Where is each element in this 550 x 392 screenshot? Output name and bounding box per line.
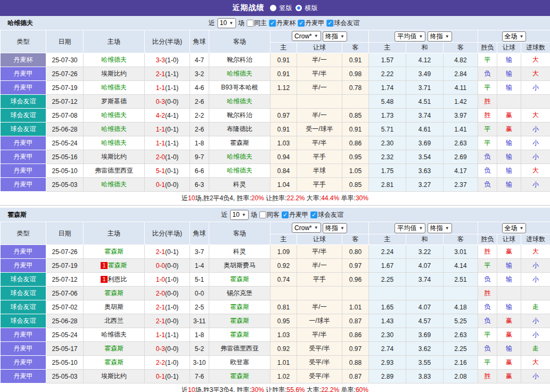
col-header-score: 比分(半场) [145,222,190,245]
avg-away-cell: 4.14 [444,259,478,273]
chevron-down-icon: ▼ [445,34,449,39]
odds-away-cell: 1.01 [342,300,369,314]
team2-scope-select[interactable]: 全场▼ [502,223,527,233]
team1-odds-time-select[interactable]: 终指▼ [323,31,347,42]
avg-draw-cell: 4.57 [406,314,444,328]
score-cell: 2-0(1-0) [145,150,190,164]
team1-avg-time-select[interactable]: 终指▼ [428,31,452,42]
score-cell: 2-2(1-0) [145,356,190,370]
corner-cell: 2-5 [190,300,209,314]
chevron-down-icon: ▼ [445,226,449,231]
corner-cell: 6-6 [190,164,209,178]
odds-away-cell: 0.97 [342,342,369,356]
team2-avg-source-select[interactable]: 平均值▼ [395,223,425,233]
odds-handicap-cell: 受平/半 [297,342,342,356]
avg-home-cell: 2.93 [369,356,406,370]
score-cell: 1-1(0-1) [145,123,190,136]
home-team-cell: 霍森斯 [84,245,145,259]
result-wdl-cell: 平 [478,136,497,150]
corner-cell: 3-11 [190,314,209,328]
avg-draw-cell [406,287,444,300]
match-type-cell: 丹麦杯 [1,53,46,67]
team2-match-count-select[interactable]: 10▼ [230,210,249,220]
match-row: 丹麦杯 25-07-30 哈维德夫 3-3(1-0) 4-7 靴尔科治 0.91… [1,53,550,67]
avg-home-cell [369,287,406,300]
checkbox-icon[interactable] [269,20,276,27]
vertical-layout-radio[interactable] [270,5,276,11]
corner-cell: 2-6 [190,95,209,109]
away-team-cell: 哈维德夫 [209,150,270,164]
match-row: 丹麦甲 25-05-17 霍森斯 0-3(0-0) 5-2 弗雷德里西亚 0.9… [1,342,550,356]
col-header-score: 比分(半场) [145,30,190,53]
match-row: 丹麦甲 25-05-10 弗雷德里西亚 5-1(0-1) 6-6 哈维德夫 0.… [1,164,550,178]
result-wdl-cell: 胜 [478,287,497,300]
team2-same-away-checkbox[interactable]: 同客 [259,210,280,219]
match-date-cell: 25-05-03 [46,178,84,192]
team2-friendly-checkbox[interactable]: 球会友谊 [310,210,343,219]
home-team-cell: 哈维德夫 [84,53,145,67]
match-date-cell: 25-05-24 [46,136,84,150]
team2-odds-source-select[interactable]: Crow*▼ [292,223,321,233]
team2-odds-time-select[interactable]: 终指▼ [323,223,347,233]
match-row: 丹麦甲 25-05-03 哈维德夫 0-1(0-0) 6-3 科灵 1.04 平… [1,178,550,192]
col-header-away: 客场 [209,30,270,53]
team2-league-checkbox[interactable]: 丹麦甲 [282,210,308,219]
team1-friendly-checkbox[interactable]: 球会友谊 [326,19,359,28]
checkbox-icon[interactable] [259,211,266,218]
vertical-layout-label[interactable]: 竖版 [280,4,292,13]
match-date-cell: 25-05-03 [46,370,84,383]
col-header-avg-draw: 和 [406,234,444,245]
checkbox-icon[interactable] [298,20,305,27]
col-header-odds-home: 主 [270,43,297,53]
odds-handicap-cell: 受一/球半 [297,123,342,136]
odds-handicap-cell: 半/一 [297,259,342,273]
checkbox-icon[interactable] [326,20,333,27]
col-header-odds-handicap: 让球 [297,234,342,245]
team1-scope-select[interactable]: 全场▼ [502,31,527,42]
result-goals-cell: 小 [521,259,550,273]
avg-draw-cell: 3.49 [406,67,444,81]
match-row: 球会友谊 25-07-12 1利恩比 1-0(1-0) 5-1 霍森斯 0.74… [1,273,550,287]
match-row: 丹麦甲 25-05-24 哈维德夫 1-1(1-1) 1-8 霍森斯 1.03 … [1,136,550,150]
horizontal-layout-label[interactable]: 横版 [305,4,318,13]
horizontal-layout-radio[interactable] [295,5,302,11]
avg-away-cell: 5.25 [444,314,478,328]
odds-home-cell: 0.91 [270,67,297,81]
checkbox-icon[interactable] [310,211,317,218]
match-type-cell: 丹麦甲 [1,67,46,81]
home-team-cell: 霍森斯 [84,287,145,300]
away-team-cell: 科灵 [209,178,270,192]
result-handicap-cell: 输 [497,273,521,287]
team1-same-home-checkbox[interactable]: 同主 [247,19,267,28]
checkbox-icon[interactable] [282,211,289,218]
corner-cell: 0-0 [190,287,209,300]
avg-home-cell: 1.57 [369,53,406,67]
odds-home-cell: 0.95 [270,314,297,328]
team1-avg-source-select[interactable]: 平均值▼ [395,31,425,42]
view-mode-radios: 竖版 横版 [270,4,318,13]
score-cell: 0-0(0-0) [145,259,190,273]
away-team-cell: B93哥本哈根 [209,81,270,95]
odds-away-cell: 0.85 [342,109,369,123]
result-handicap-cell: 赢 [497,328,521,342]
odds-away-cell: 0.97 [342,259,369,273]
avg-away-cell: 2.51 [444,273,478,287]
team1-match-count-select[interactable]: 10▼ [217,18,236,28]
avg-away-cell: 2.37 [444,178,478,192]
match-row: 球会友谊 25-07-12 罗斯基德 0-3(0-0) 2-6 哈维德夫 5.4… [1,95,550,109]
odds-handicap-cell: 一/球半 [297,314,342,328]
checkbox-icon[interactable] [247,20,253,27]
col-header-avg-away: 客 [444,234,478,245]
match-date-cell: 25-07-12 [46,273,84,287]
team2-avg-time-select[interactable]: 终指▼ [428,223,452,233]
match-date-cell: 25-07-19 [46,259,84,273]
odds-handicap-cell: 半/一 [297,81,342,95]
team1-cup-checkbox[interactable]: 丹麦杯 [269,19,295,28]
match-row: 球会友谊 25-06-28 哈维德夫 1-1(0-1) 2-6 布隆德比 0.9… [1,123,550,136]
odds-handicap-cell: 平手 [297,178,342,192]
away-team-cell: 布隆德比 [209,123,270,136]
team1-league-checkbox[interactable]: 丹麦甲 [298,19,324,28]
avg-home-cell: 1.75 [369,164,406,178]
team1-odds-source-select[interactable]: Crow*▼ [292,31,321,41]
home-team-cell: 埃斯比约 [84,67,145,81]
